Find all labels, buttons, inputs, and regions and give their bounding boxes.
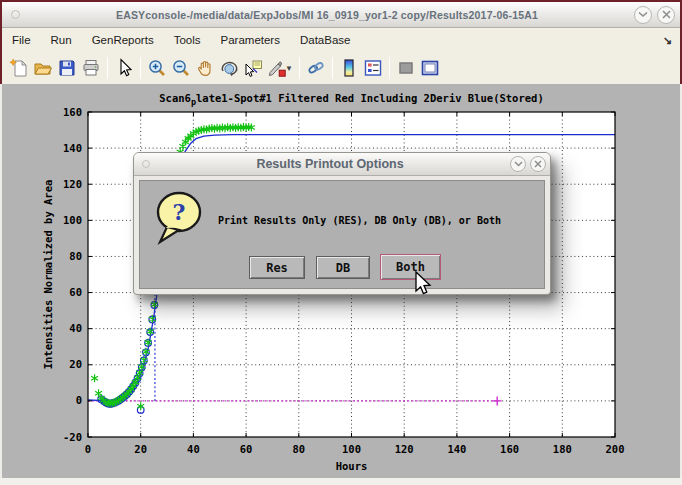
svg-text:100: 100 <box>63 214 82 226</box>
svg-text:0: 0 <box>76 394 82 406</box>
toolbar-separator <box>140 57 141 79</box>
svg-text:140: 140 <box>63 142 82 154</box>
svg-text:180: 180 <box>553 443 572 455</box>
svg-text:80: 80 <box>292 443 305 455</box>
save-figure-button[interactable] <box>55 56 79 80</box>
svg-text:160: 160 <box>500 443 519 455</box>
app-window: EASYconsole-/media/data/ExpJobs/MI 16_09… <box>0 0 682 485</box>
shade-window-button[interactable] <box>634 6 652 24</box>
svg-text:?: ? <box>173 199 186 225</box>
open-file-button[interactable] <box>31 56 55 80</box>
svg-text:Scan6plate1-Spot#1 Filtered Re: Scan6plate1-Spot#1 Filtered Red Includin… <box>159 92 543 107</box>
svg-text:Intensities Normalized by Area: Intensities Normalized by Area <box>42 180 54 370</box>
svg-text:120: 120 <box>63 178 82 190</box>
zoom-out-icon <box>171 58 191 78</box>
toolbar-separator <box>389 57 390 79</box>
insert-colorbar-icon <box>339 58 359 78</box>
hide-plot-tools-button[interactable] <box>394 56 418 80</box>
rotate-3d-icon <box>219 58 239 78</box>
brush-icon <box>267 58 287 78</box>
window-title: EASYconsole-/media/data/ExpJobs/MI 16_09… <box>20 9 634 21</box>
brush-dropdown-caret[interactable]: ▼ <box>285 64 293 73</box>
show-plot-tools-icon <box>420 58 440 78</box>
window-border-left <box>0 0 2 84</box>
menu-overflow-icon[interactable]: ↘ <box>663 34 672 47</box>
zoom-in-icon <box>147 58 167 78</box>
svg-text:140: 140 <box>447 443 466 455</box>
window-titlebar: EASYconsole-/media/data/ExpJobs/MI 16_09… <box>2 2 680 28</box>
close-window-button[interactable] <box>657 6 675 24</box>
dialog-button-db[interactable]: DB <box>316 256 370 279</box>
svg-text:20: 20 <box>134 443 147 455</box>
svg-text:Hours: Hours <box>336 460 368 472</box>
dialog-content: ? Print Results Only (RES), DB Only (DB)… <box>139 180 545 289</box>
link-plots-icon <box>306 58 326 78</box>
svg-text:40: 40 <box>69 322 82 334</box>
print-icon <box>81 58 101 78</box>
close-icon <box>662 10 671 19</box>
toolbar-separator <box>107 57 108 79</box>
insert-legend-button[interactable] <box>361 56 385 80</box>
data-cursor-button[interactable] <box>241 56 265 80</box>
chevron-down-icon <box>514 161 523 167</box>
svg-text:200: 200 <box>606 443 625 455</box>
window-border-lower-left <box>0 84 2 485</box>
rotate-3d-button[interactable] <box>217 56 241 80</box>
insert-colorbar-button[interactable] <box>337 56 361 80</box>
new-figure-button[interactable] <box>7 56 31 80</box>
save-icon <box>57 58 77 78</box>
toolbar: ▼ <box>2 52 680 84</box>
menu-database[interactable]: DataBase <box>290 30 361 50</box>
menu-bar: FileRunGenReportsToolsParametersDataBase… <box>2 28 680 52</box>
pan-tool-button[interactable] <box>193 56 217 80</box>
svg-text:0: 0 <box>85 443 91 455</box>
zoom-out-button[interactable] <box>169 56 193 80</box>
menu-run[interactable]: Run <box>41 30 82 50</box>
dialog-titlebar: Results Printout Options <box>134 153 550 176</box>
window-icon <box>11 10 20 19</box>
insert-legend-icon <box>363 58 383 78</box>
svg-text:100: 100 <box>342 443 361 455</box>
svg-text:20: 20 <box>69 358 82 370</box>
svg-text:40: 40 <box>187 443 200 455</box>
disabled-box-icon <box>396 58 416 78</box>
print-figure-button[interactable] <box>79 56 103 80</box>
menu-parameters[interactable]: Parameters <box>211 30 290 50</box>
svg-text:80: 80 <box>69 250 82 262</box>
question-bubble-icon: ? <box>154 189 206 245</box>
show-plot-tools-button[interactable] <box>418 56 442 80</box>
pan-hand-icon <box>195 58 215 78</box>
svg-text:120: 120 <box>395 443 414 455</box>
open-file-icon <box>33 58 53 78</box>
pointer-icon <box>114 58 134 78</box>
svg-text:60: 60 <box>69 286 82 298</box>
menu-genreports[interactable]: GenReports <box>82 30 164 50</box>
mouse-cursor-icon <box>414 271 436 299</box>
svg-text:60: 60 <box>240 443 253 455</box>
menu-tools[interactable]: Tools <box>164 30 211 50</box>
dialog-title: Results Printout Options <box>150 157 510 171</box>
menu-file[interactable]: File <box>2 30 41 50</box>
toolbar-separator <box>332 57 333 79</box>
dialog-shade-button[interactable] <box>510 156 526 172</box>
dialog-button-res[interactable]: Res <box>249 256 305 279</box>
chevron-down-icon <box>638 11 648 18</box>
dialog-icon <box>142 160 150 168</box>
zoom-in-button[interactable] <box>145 56 169 80</box>
menu-items: FileRunGenReportsToolsParametersDataBase <box>2 30 360 50</box>
results-printout-dialog: Results Printout Options ? Print Results… <box>133 152 551 295</box>
toolbar-separator <box>299 57 300 79</box>
dialog-close-button[interactable] <box>530 156 546 172</box>
close-icon <box>534 160 542 168</box>
window-border-bottom <box>0 478 682 485</box>
dialog-message: Print Results Only (RES), DB Only (DB), … <box>218 215 501 226</box>
svg-text:160: 160 <box>63 106 82 118</box>
data-cursor-icon <box>243 58 263 78</box>
pointer-tool-button[interactable] <box>112 56 136 80</box>
window-border-top <box>0 0 682 2</box>
link-plots-button[interactable] <box>304 56 328 80</box>
svg-text:-20: -20 <box>63 431 82 443</box>
new-figure-icon <box>9 58 29 78</box>
